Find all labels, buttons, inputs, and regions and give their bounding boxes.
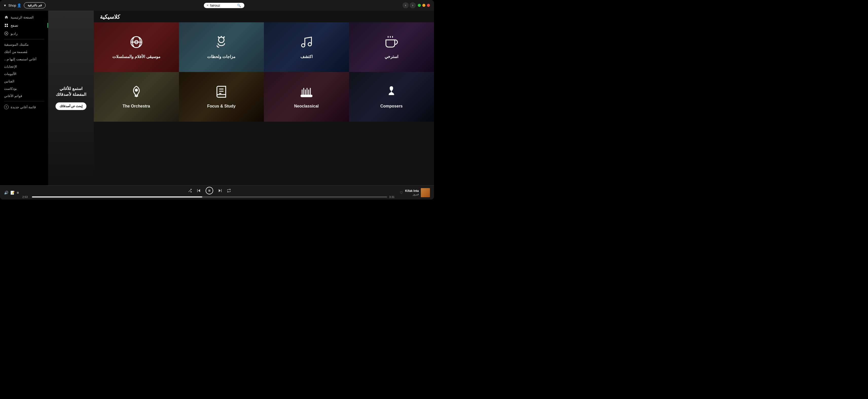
focus-icon bbox=[215, 85, 228, 100]
sidebar-item-label: الفنانين bbox=[4, 79, 14, 83]
user-icon: 👤 bbox=[17, 3, 21, 7]
repeat-button[interactable] bbox=[227, 189, 231, 193]
close-button[interactable] bbox=[427, 4, 430, 7]
card-overlay: مزاجات ولحظات bbox=[179, 22, 264, 72]
shuffle-button[interactable] bbox=[188, 189, 192, 193]
add-icon: + bbox=[4, 105, 9, 109]
sidebar-item-home[interactable]: الصفحة الرئيسية bbox=[0, 13, 48, 21]
sidebar-item-label: بودكاست bbox=[4, 87, 17, 91]
maximize-button[interactable] bbox=[422, 4, 425, 7]
card-overlay: استرخي bbox=[349, 22, 434, 72]
previous-button[interactable] bbox=[196, 188, 201, 193]
sidebar-item-liked[interactable]: الإعجابات bbox=[0, 63, 48, 70]
play-pause-button[interactable] bbox=[206, 187, 213, 194]
dropdown-button[interactable]: ▾ bbox=[4, 3, 6, 7]
top-bar-center: ✕ 🔍 bbox=[204, 3, 244, 8]
svg-rect-35 bbox=[209, 190, 209, 192]
svg-point-13 bbox=[302, 43, 305, 47]
search-icon[interactable]: 🔍 bbox=[237, 4, 241, 7]
track-info: Kifak Inta فيروز bbox=[405, 189, 419, 196]
svg-point-20 bbox=[135, 89, 137, 91]
left-panel: استمع للأغاني المفضلة لأصدقائك إبحث عن أ… bbox=[48, 11, 94, 185]
card-overlay: The Orchestra bbox=[94, 72, 179, 122]
find-friends-button[interactable]: إبحث عن أصدقائك bbox=[56, 102, 87, 110]
progress-bar-container: 2:53 3:31 bbox=[22, 195, 397, 198]
sidebar-item-label: راديو bbox=[11, 32, 18, 35]
app-container: ▾ Shop 👤 قم بالترقية ✕ 🔍 ‹ › bbox=[0, 0, 434, 200]
forward-button[interactable]: › bbox=[410, 2, 416, 8]
queue-icon[interactable]: ≡ bbox=[17, 191, 19, 195]
volume-icon[interactable]: 🔊 bbox=[4, 191, 8, 195]
content-header: كلاسيكية bbox=[94, 11, 434, 22]
sidebar-item-playlists[interactable]: قوائم الأغاني bbox=[0, 92, 48, 100]
friends-prompt-text: استمع للأغاني المفضلة لأصدقائك bbox=[53, 86, 89, 97]
search-input[interactable] bbox=[210, 4, 236, 7]
top-bar-left: ▾ Shop 👤 قم بالترقية bbox=[4, 2, 45, 8]
sidebar-item-albums[interactable]: الألبومات bbox=[0, 70, 48, 78]
minimize-button[interactable] bbox=[418, 4, 421, 7]
genre-card-relax[interactable]: استرخي bbox=[349, 22, 434, 72]
genre-card-discover[interactable]: اكتشف bbox=[264, 22, 349, 72]
svg-marker-33 bbox=[198, 189, 200, 192]
genre-card-moods[interactable]: مزاجات ولحظات bbox=[179, 22, 264, 72]
sidebar-item-browse[interactable]: تصفح bbox=[0, 21, 48, 29]
page-title: كلاسيكية bbox=[100, 14, 120, 20]
svg-line-11 bbox=[224, 36, 225, 37]
composers-icon bbox=[385, 85, 398, 100]
card-overlay: Focus & Study bbox=[179, 72, 264, 122]
nav-arrows: ‹ › bbox=[403, 2, 416, 8]
lyrics-icon[interactable]: 📝 bbox=[10, 191, 15, 195]
new-playlist-button[interactable]: قائمة أغاني جديدة + bbox=[0, 103, 48, 111]
current-time: 2:53 bbox=[22, 195, 30, 198]
sidebar-item-recently-played[interactable]: أغاني استمعت إليها م... bbox=[0, 56, 48, 63]
svg-rect-36 bbox=[210, 190, 210, 192]
next-button[interactable] bbox=[218, 188, 222, 193]
sidebar-item-made-for-you[interactable]: مُصممة من أجلك bbox=[0, 48, 48, 56]
sidebar-item-label: الألبومات bbox=[4, 72, 17, 76]
sidebar-item-podcasts[interactable]: بودكاست bbox=[0, 85, 48, 92]
svg-rect-2 bbox=[5, 26, 6, 27]
sidebar-item-artists[interactable]: الفنانين bbox=[0, 78, 48, 85]
top-bar-right: ‹ › bbox=[403, 2, 430, 8]
radio-icon bbox=[4, 31, 9, 36]
back-button[interactable]: ‹ bbox=[403, 2, 409, 8]
card-label: Neoclassical bbox=[294, 104, 319, 109]
player-left: 🔊 📝 ≡ bbox=[4, 191, 19, 195]
sidebar-item-label: تصفح bbox=[11, 24, 18, 27]
orchestra-icon bbox=[130, 85, 143, 100]
card-label: The Orchestra bbox=[123, 104, 150, 109]
svg-point-14 bbox=[308, 42, 311, 46]
genre-card-focus[interactable]: Focus & Study bbox=[179, 72, 264, 122]
genre-card-composers[interactable]: Composers bbox=[349, 72, 434, 122]
top-bar: ▾ Shop 👤 قم بالترقية ✕ 🔍 ‹ › bbox=[0, 0, 434, 11]
active-indicator bbox=[48, 23, 48, 28]
sidebar-divider bbox=[4, 39, 44, 39]
sidebar: الصفحة الرئيسية تصفح راديو مك bbox=[0, 11, 48, 185]
card-overlay: اكتشف bbox=[264, 22, 349, 72]
relax-icon bbox=[385, 35, 398, 51]
sidebar-divider-2 bbox=[4, 101, 44, 101]
genre-card-orchestra[interactable]: The Orchestra bbox=[94, 72, 179, 122]
new-playlist-label: قائمة أغاني جديدة bbox=[11, 105, 36, 109]
sidebar-item-library[interactable]: مكتبتك الموسيقية bbox=[0, 41, 48, 48]
shop-label: Shop bbox=[8, 4, 16, 7]
like-button[interactable]: ♡ bbox=[400, 191, 403, 195]
content-area: كلاسيكية bbox=[94, 11, 434, 185]
progress-bar[interactable] bbox=[32, 196, 387, 197]
progress-section: 2:53 3:31 bbox=[22, 187, 397, 198]
svg-rect-1 bbox=[7, 24, 8, 25]
upgrade-button[interactable]: قم بالترقية bbox=[24, 2, 45, 8]
sidebar-item-label: مُصممة من أجلك bbox=[4, 50, 27, 54]
genre-card-neoclassical[interactable]: Neoclassical bbox=[264, 72, 349, 122]
home-icon bbox=[4, 15, 9, 20]
sidebar-item-radio[interactable]: راديو bbox=[0, 29, 48, 37]
search-clear-button[interactable]: ✕ bbox=[206, 4, 209, 7]
search-bar[interactable]: ✕ 🔍 bbox=[204, 3, 244, 8]
genre-card-film-music[interactable]: موسيقى الأفلام والمسلسلات bbox=[94, 22, 179, 72]
moods-icon bbox=[215, 35, 228, 51]
sidebar-item-label: قوائم الأغاني bbox=[4, 94, 22, 98]
shop-button[interactable]: Shop 👤 bbox=[8, 3, 21, 7]
traffic-lights bbox=[418, 4, 430, 7]
svg-rect-24 bbox=[301, 95, 312, 97]
track-artist: فيروز bbox=[405, 193, 419, 196]
